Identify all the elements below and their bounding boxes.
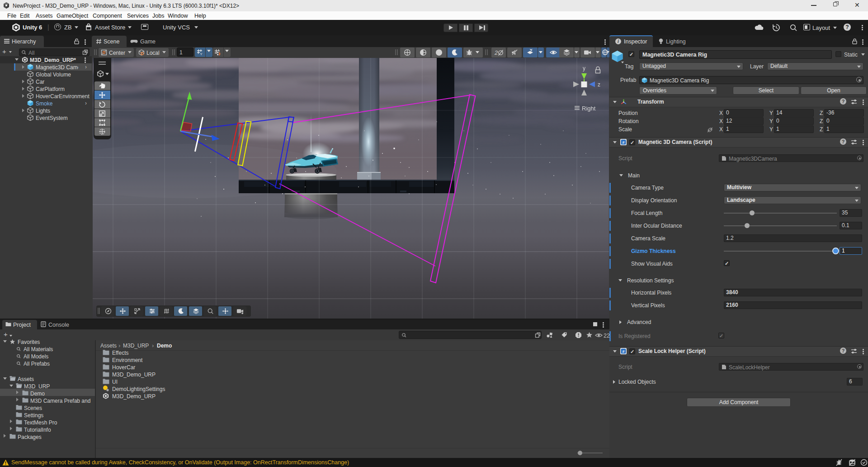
svg-text:Y: Y: [200, 52, 203, 56]
svg-text:z: z: [598, 81, 600, 88]
svg-text:#: #: [622, 140, 624, 145]
svg-text:#: #: [622, 349, 624, 354]
svg-text:Right: Right: [582, 105, 596, 112]
svg-text:2: 2: [494, 49, 498, 56]
svg-text:y: y: [583, 65, 585, 71]
